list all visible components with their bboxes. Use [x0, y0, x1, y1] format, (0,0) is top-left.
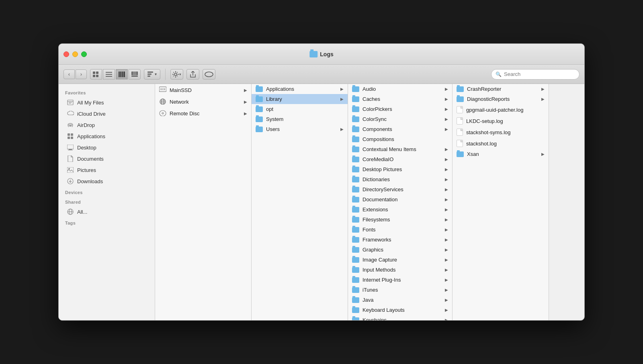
col-item-contextual-menu-items[interactable]: Contextual Menu Items▶ [348, 144, 452, 154]
colorsync-folder-icon [352, 117, 359, 122]
caches-chevron: ▶ [445, 97, 448, 101]
audio-label: Audio [362, 86, 442, 92]
tag-button[interactable] [203, 69, 215, 80]
col-item-library[interactable]: Library ▶ [252, 94, 348, 104]
sidebar-item-icloud-drive[interactable]: iCloud Drive [60, 108, 153, 119]
back-button[interactable]: ‹ [63, 70, 75, 79]
svg-rect-0 [93, 72, 95, 74]
users-col-label: Users [266, 126, 337, 132]
graphics-folder-icon [352, 247, 359, 253]
remote-disc-chevron: ▶ [244, 111, 247, 116]
internet-plug-ins-folder-icon [352, 277, 359, 283]
remote-disc-icon [159, 110, 166, 117]
svg-rect-22 [178, 74, 179, 75]
network-icon [159, 98, 166, 106]
col-item-caches[interactable]: Caches▶ [348, 94, 452, 104]
view-list-button[interactable] [103, 69, 115, 80]
col-item-network[interactable]: Network ▶ [155, 96, 251, 108]
components-chevron: ▶ [445, 127, 448, 131]
arrange-dropdown[interactable]: ▾ [144, 69, 160, 80]
frameworks-label: Frameworks [362, 237, 442, 243]
input-methods-label: Input Methods [362, 267, 442, 273]
sidebar-item-all-shared[interactable]: All... [60, 206, 153, 217]
col-item-input-methods[interactable]: Input Methods▶ [348, 265, 452, 275]
col-item-coremediaio[interactable]: CoreMediaIO▶ [348, 154, 452, 164]
minimize-button[interactable] [72, 51, 78, 57]
forward-button[interactable]: › [76, 70, 87, 79]
colorpickers-chevron: ▶ [445, 107, 448, 111]
sidebar-item-documents[interactable]: Documents [60, 153, 153, 164]
col-item-keyboard-layouts[interactable]: Keyboard Layouts▶ [348, 305, 452, 315]
view-column-button[interactable] [116, 69, 128, 80]
col-item-graphics[interactable]: Graphics▶ [348, 245, 452, 255]
col-item-gpgmail-uuid-patcher[interactable]: gpgmail-uuid-patcher.log [453, 104, 549, 115]
sidebar-item-all-my-files[interactable]: All My Files [60, 97, 153, 108]
svg-rect-16 [147, 74, 152, 75]
col-item-mainssd[interactable]: MainSSD ▶ [155, 84, 251, 96]
itunes-chevron: ▶ [445, 288, 448, 292]
maximize-button[interactable] [81, 51, 87, 57]
sidebar-item-applications[interactable]: Applications [60, 131, 153, 142]
close-button[interactable] [63, 51, 69, 57]
col-item-system[interactable]: System [252, 114, 348, 124]
window-folder-icon [309, 51, 317, 57]
col-item-stackshot-syms[interactable]: stackshot-syms.log [453, 127, 549, 138]
filesystems-label: Filesystems [362, 217, 442, 223]
col-item-extensions[interactable]: Extensions▶ [348, 204, 452, 215]
col-item-colorpickers[interactable]: ColorPickers▶ [348, 104, 452, 114]
sidebar-item-pictures[interactable]: Pictures [60, 164, 153, 176]
col-item-stackshot[interactable]: stackshot.log [453, 138, 549, 149]
col-item-applications[interactable]: Applications ▶ [252, 84, 348, 94]
lkdc-setup-label: LKDC-setup.log [466, 118, 545, 124]
col-item-audio[interactable]: Audio▶ [348, 84, 452, 94]
mainssd-icon [159, 86, 166, 94]
sidebar-item-airdrop[interactable]: AirDrop [60, 119, 153, 131]
users-chevron: ▶ [340, 127, 344, 131]
col-item-documentation[interactable]: Documentation▶ [348, 194, 452, 204]
caches-label: Caches [362, 96, 442, 102]
share-button[interactable] [186, 69, 199, 80]
view-buttons [90, 69, 141, 80]
all-my-files-label: All My Files [77, 100, 104, 106]
col-item-image-capture[interactable]: Image Capture▶ [348, 255, 452, 265]
tags-label: Tags [59, 217, 155, 227]
svg-point-57 [163, 113, 163, 114]
dictionaries-chevron: ▶ [445, 177, 448, 182]
col-item-remote-disc[interactable]: Remote Disc ▶ [155, 108, 251, 119]
svg-rect-13 [133, 72, 137, 75]
col-item-compositions[interactable]: Compositions [348, 134, 452, 144]
col-item-opt[interactable]: opt [252, 104, 348, 114]
col-item-frameworks[interactable]: Frameworks▶ [348, 235, 452, 245]
col-item-internet-plug-ins[interactable]: Internet Plug-Ins▶ [348, 275, 452, 285]
col-item-filesystems[interactable]: Filesystems▶ [348, 215, 452, 225]
col-item-fonts[interactable]: Fonts▶ [348, 225, 452, 235]
search-input[interactable] [504, 71, 575, 77]
filesystems-folder-icon [352, 217, 359, 223]
col-item-crashreporter[interactable]: CrashReporter▶ [453, 84, 549, 94]
col-item-lkdc-setup[interactable]: LKDC-setup.log [453, 115, 549, 127]
view-cover-button[interactable] [129, 69, 141, 80]
col-item-directory-services[interactable]: DirectoryServices▶ [348, 184, 452, 194]
search-box[interactable]: 🔍 [491, 69, 580, 80]
col-item-itunes[interactable]: iTunes▶ [348, 285, 452, 295]
sidebar-item-downloads[interactable]: Downloads [60, 176, 153, 187]
col-item-dictionaries[interactable]: Dictionaries▶ [348, 174, 452, 184]
gear-button[interactable]: ▾ [170, 69, 183, 80]
image-capture-label: Image Capture [362, 257, 442, 263]
keychains-folder-icon [352, 317, 359, 321]
col-item-keychains[interactable]: Keychains▶ [348, 315, 452, 320]
crashreporter-label: CrashReporter [467, 86, 538, 92]
col-item-users[interactable]: Users ▶ [252, 124, 348, 134]
xsan-chevron: ▶ [541, 152, 545, 156]
col-item-components[interactable]: Components▶ [348, 124, 452, 134]
col-item-colorsync[interactable]: ColorSync▶ [348, 114, 452, 124]
col-item-xsan[interactable]: Xsan▶ [453, 149, 549, 159]
col-item-java[interactable]: Java▶ [348, 295, 452, 305]
view-icon-button[interactable] [90, 69, 102, 80]
svg-rect-6 [106, 76, 112, 77]
sidebar-item-desktop[interactable]: Desktop [60, 142, 153, 153]
col-item-diagnostic-reports[interactable]: DiagnosticReports▶ [453, 94, 549, 104]
col-item-desktop-pictures[interactable]: Desktop Pictures▶ [348, 164, 452, 174]
globe-icon [67, 208, 74, 215]
svg-rect-7 [119, 72, 120, 77]
